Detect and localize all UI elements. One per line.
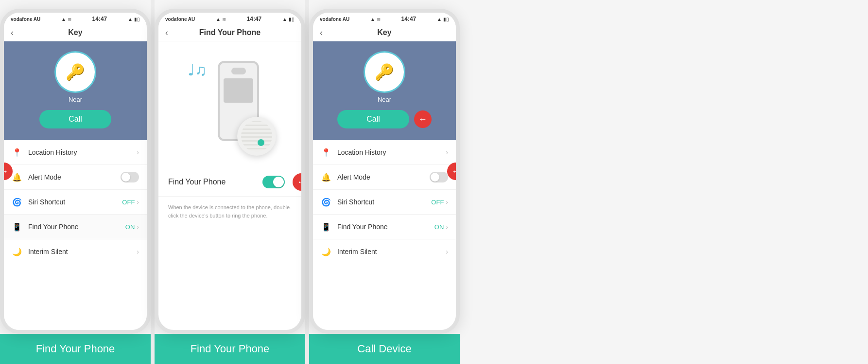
moon-icon-3: 🌙 [321,246,331,257]
nav-title-3: Key [377,28,391,37]
time-2: 14:47 [247,16,262,22]
signal-icon-1: ▲ [128,17,133,22]
phone-mockup [208,61,271,153]
siri-value-3: OFF [431,199,444,206]
time-1: 14:47 [92,16,107,22]
call-button-1[interactable]: Call [39,110,111,128]
signal-icon-2: ▲ [282,17,287,22]
menu-item-interim-1[interactable]: 🌙 Interim Silent › [4,239,147,264]
menu-item-location-history-3[interactable]: 📍 Location History › [313,140,456,165]
bottom-label-3: Call Device [309,334,460,364]
battery-icons-2: ▲ ▮▯ [282,17,295,22]
chevron-siri-1: › [137,198,139,206]
item-label-location-1: Location History [28,148,137,156]
siri-value-1: OFF [122,199,135,206]
alert-toggle-3[interactable] [430,172,448,182]
tile-body [241,121,272,152]
carrier-3: vodafone AU [320,17,349,22]
panel-1: → vodafone AU ▲ ≋ 14:47 ▲ ▮▯ ‹ Key 🔑 Nea… [0,0,151,364]
fyp-toggle-label: Find Your Phone [168,178,262,186]
mockup-screen-area [224,78,253,103]
menu-list-3: 📍 Location History › 🔔 Alert Mode 🌀 Siri… [313,140,456,330]
mockup-notch [231,68,246,74]
item-label-find-3: Find Your Phone [337,223,434,231]
phone-frame-3: ← vodafone AU ▲ ≋ 14:47 ▲ ▮▯ ‹ Key 🔑 Nea… [309,9,460,334]
menu-item-find-phone-1[interactable]: 📱 Find Your Phone ON › [4,215,147,239]
menu-item-siri-1[interactable]: 🌀 Siri Shortcut OFF › [4,190,147,215]
call-button-3[interactable]: Call [337,110,409,128]
chevron-location-3: › [446,148,448,156]
bell-icon-1: 🔔 [12,172,22,182]
battery-icon-3: ▮▯ [443,17,449,22]
chevron-interim-3: › [446,248,448,255]
status-bar-1: vodafone AU ▲ ≋ 14:47 ▲ ▮▯ [4,13,147,24]
device-label-1: Near [69,96,82,103]
panel-2: vodafone AU ▲ ≋ 14:47 ▲ ▮▯ ‹ Find Your P… [155,0,305,364]
nav-title-2: Find Your Phone [199,28,261,37]
item-label-interim-3: Interim Silent [337,248,446,255]
fyp-toggle-switch[interactable] [262,176,285,188]
item-label-alert-1: Alert Mode [28,173,121,181]
item-label-siri-3: Siri Shortcut [337,198,431,206]
moon-icon-1: 🌙 [12,246,22,257]
location-icon-3: 📍 [321,147,331,158]
fyp-illustration: ♩♫ [158,41,301,168]
menu-item-location-history-1[interactable]: 📍 Location History › [4,140,147,165]
fyp-description: When the device is connected to the phon… [158,197,301,226]
back-button-3[interactable]: ‹ [320,28,323,38]
nav-title-1: Key [68,28,82,37]
menu-item-alert-mode-3[interactable]: 🔔 Alert Mode [313,165,456,190]
nav-bar-3: ‹ Key [313,24,456,41]
menu-item-siri-3[interactable]: 🌀 Siri Shortcut OFF › [313,190,456,215]
find-phone-icon-1: 📱 [12,221,22,232]
carrier-1: vodafone AU [11,17,40,22]
tile-indicator-dot [258,139,264,146]
bell-icon-3: 🔔 [321,172,331,182]
music-notes-icon: ♩♫ [188,61,207,79]
status-bar-3: vodafone AU ▲ ≋ 14:47 ▲ ▮▯ [313,13,456,24]
battery-icon-2: ▮▯ [289,17,295,22]
key-icon-1: 🔑 [66,63,85,81]
item-label-alert-3: Alert Mode [337,173,430,181]
fyp-toggle-row[interactable]: Find Your Phone ← [158,168,301,197]
battery-icons-3: ▲ ▮▯ [437,17,449,22]
find-phone-icon-3: 📱 [321,221,331,232]
device-avatar-1: 🔑 [54,51,96,93]
right-arrow-indicator-2: ← [293,173,305,191]
item-label-location-3: Location History [337,148,446,156]
item-label-interim-1: Interim Silent [28,248,137,255]
key-icon-3: 🔑 [375,63,394,81]
call-arrow-badge: ← [414,110,432,128]
bottom-label-1: Find Your Phone [0,334,151,364]
find-phone-value-3: ON [434,223,444,231]
carrier-2: vodafone AU [165,17,195,22]
phone-frame-1: → vodafone AU ▲ ≋ 14:47 ▲ ▮▯ ‹ Key 🔑 Nea… [0,9,151,334]
menu-item-alert-mode-1[interactable]: 🔔 Alert Mode [4,165,147,190]
battery-icons-1: ▲ ▮▯ [128,17,140,22]
tile-device-mockup [237,117,276,156]
chevron-location-1: › [137,148,139,156]
location-icon-1: 📍 [12,147,22,158]
siri-icon-3: 🌀 [321,197,331,207]
bottom-label-2: Find Your Phone [155,334,305,364]
back-button-1[interactable]: ‹ [11,28,14,38]
battery-icon-1: ▮▯ [134,17,140,22]
menu-item-interim-3[interactable]: 🌙 Interim Silent › [313,239,456,264]
panel-3: ← vodafone AU ▲ ≋ 14:47 ▲ ▮▯ ‹ Key 🔑 Nea… [309,0,460,364]
menu-item-find-phone-3[interactable]: 📱 Find Your Phone ON › [313,215,456,239]
phone-frame-2: vodafone AU ▲ ≋ 14:47 ▲ ▮▯ ‹ Find Your P… [155,9,305,334]
key-header-3: 🔑 Near Call ← [313,41,456,140]
nav-bar-1: ‹ Key [4,24,147,41]
nav-bar-2: ‹ Find Your Phone [158,24,301,41]
wifi-icon-1: ▲ ≋ [61,17,71,22]
chevron-find-3: › [446,223,448,231]
chevron-interim-1: › [137,248,139,255]
status-bar-2: vodafone AU ▲ ≋ 14:47 ▲ ▮▯ [158,13,301,24]
back-button-2[interactable]: ‹ [165,28,168,38]
alert-toggle-1[interactable] [121,172,139,182]
menu-list-1: 📍 Location History › 🔔 Alert Mode 🌀 Siri… [4,140,147,330]
chevron-find-1: › [137,223,139,231]
device-label-3: Near [378,96,391,103]
chevron-siri-3: › [446,198,448,206]
time-3: 14:47 [401,16,417,22]
